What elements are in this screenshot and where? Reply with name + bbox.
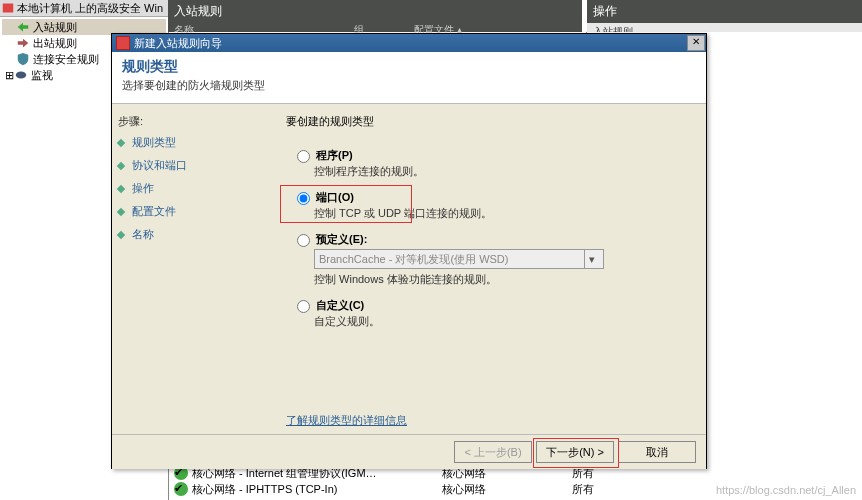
wizard-content: 要创建的规则类型 程序(P) 控制程序连接的规则。 端口(O) 控制 TCP 或… — [274, 104, 706, 434]
option-desc: 控制 Windows 体验功能连接的规则。 — [292, 272, 694, 287]
radio-custom[interactable] — [297, 300, 310, 313]
rule-name: 核心网络 - IPHTTPS (TCP-In) — [192, 482, 442, 497]
monitor-icon — [14, 68, 28, 82]
radio-predefined[interactable] — [297, 234, 310, 247]
step-rule-type[interactable]: 规则类型 — [118, 135, 268, 150]
wizard-footer: < 上一步(B) 下一步(N) > 取消 — [112, 434, 706, 469]
option-title: 预定义(E): — [316, 232, 367, 247]
step-label: 配置文件 — [132, 204, 176, 219]
shield-icon — [16, 52, 30, 66]
option-custom[interactable]: 自定义(C) 自定义规则。 — [286, 297, 694, 329]
option-desc: 控制程序连接的规则。 — [292, 164, 694, 179]
option-title: 程序(P) — [316, 148, 353, 163]
rule-enabled-icon: ✔ — [174, 482, 188, 496]
step-label: 协议和端口 — [132, 158, 187, 173]
wizard-heading: 规则类型 — [122, 58, 696, 76]
wizard-dialog: 新建入站规则向导 ✕ 规则类型 选择要创建的防火墙规则类型 步骤: 规则类型 协… — [111, 33, 707, 469]
radio-port[interactable] — [297, 192, 310, 205]
svg-rect-0 — [3, 4, 14, 13]
step-name[interactable]: 名称 — [118, 227, 268, 242]
step-label: 名称 — [132, 227, 154, 242]
back-button: < 上一步(B) — [454, 441, 532, 463]
step-label: 规则类型 — [132, 135, 176, 150]
select-value: BranchCache - 对等机发现(使用 WSD) — [319, 250, 508, 268]
wizard-question: 要创建的规则类型 — [286, 114, 694, 129]
option-desc: 自定义规则。 — [292, 314, 694, 329]
main-pane-header: 入站规则 名称组配置文件 ▴ — [168, 0, 582, 32]
firewall-icon — [2, 2, 14, 14]
actions-title: 操作 — [587, 0, 862, 23]
tree-item-label: 监视 — [31, 68, 53, 83]
rule-profile: 所有 — [572, 482, 632, 497]
step-label: 操作 — [132, 181, 154, 196]
option-predefined[interactable]: 预定义(E): BranchCache - 对等机发现(使用 WSD) ▾ 控制… — [286, 231, 694, 287]
learn-more-link[interactable]: 了解规则类型的详细信息 — [286, 413, 407, 428]
tree-item-label: 出站规则 — [33, 36, 77, 51]
outbound-icon — [16, 36, 30, 50]
rule-group: 核心网络 — [442, 482, 572, 497]
bullet-icon — [117, 161, 125, 169]
mmc-window: 本地计算机 上的高级安全 Win 入站规则 出站规则 连接安全规则 ⊞ 监视 — [0, 0, 862, 500]
firewall-icon — [116, 36, 130, 50]
wizard-steps-pane: 步骤: 规则类型 协议和端口 操作 配置文件 名称 — [112, 104, 274, 434]
bullet-icon — [117, 184, 125, 192]
option-port[interactable]: 端口(O) 控制 TCP 或 UDP 端口连接的规则。 — [286, 189, 694, 221]
wizard-title-text: 新建入站规则向导 — [134, 36, 222, 51]
wizard-header: 规则类型 选择要创建的防火墙规则类型 — [112, 52, 706, 104]
close-icon[interactable]: ✕ — [687, 35, 705, 51]
option-desc: 控制 TCP 或 UDP 端口连接的规则。 — [292, 206, 694, 221]
inbound-icon — [16, 20, 30, 34]
svg-point-1 — [16, 72, 27, 79]
watermark-text: https://blog.csdn.net/cj_Allen — [716, 484, 856, 496]
step-profile[interactable]: 配置文件 — [118, 204, 268, 219]
bullet-icon — [117, 207, 125, 215]
expand-icon[interactable]: ⊞ — [4, 69, 14, 82]
tree-root-label: 本地计算机 上的高级安全 Win — [17, 1, 163, 16]
chevron-down-icon[interactable]: ▾ — [584, 250, 599, 268]
actions-pane-header: 操作 入站规则 — [587, 0, 862, 32]
tree-item-label: 入站规则 — [33, 20, 77, 35]
step-protocol-port[interactable]: 协议和端口 — [118, 158, 268, 173]
wizard-titlebar[interactable]: 新建入站规则向导 ✕ — [112, 34, 706, 52]
option-title: 端口(O) — [316, 190, 354, 205]
option-title: 自定义(C) — [316, 298, 364, 313]
radio-program[interactable] — [297, 150, 310, 163]
steps-label: 步骤: — [118, 114, 268, 129]
tree-item-label: 连接安全规则 — [33, 52, 99, 67]
next-button[interactable]: 下一步(N) > — [536, 441, 614, 463]
tree-root[interactable]: 本地计算机 上的高级安全 Win — [0, 0, 168, 17]
bullet-icon — [117, 138, 125, 146]
option-program[interactable]: 程序(P) 控制程序连接的规则。 — [286, 147, 694, 179]
step-action[interactable]: 操作 — [118, 181, 268, 196]
main-title: 入站规则 — [168, 0, 582, 23]
cancel-button[interactable]: 取消 — [618, 441, 696, 463]
predefined-select[interactable]: BranchCache - 对等机发现(使用 WSD) ▾ — [314, 249, 604, 269]
bullet-icon — [117, 230, 125, 238]
wizard-subheading: 选择要创建的防火墙规则类型 — [122, 78, 696, 93]
